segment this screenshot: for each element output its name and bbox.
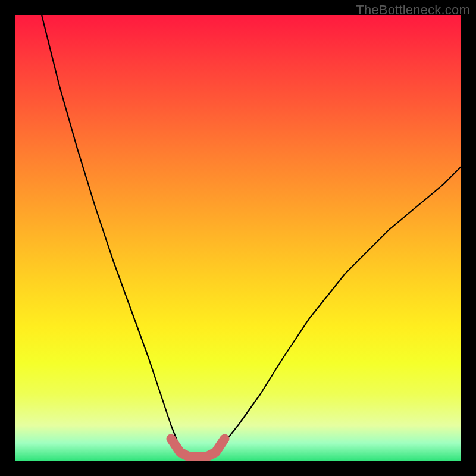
curve-layer <box>15 15 461 461</box>
chart-frame: TheBottleneck.com <box>0 0 476 476</box>
bottleneck-curve <box>42 15 461 457</box>
bottom-marker <box>171 439 225 457</box>
watermark-text: TheBottleneck.com <box>356 2 470 18</box>
plot-area <box>15 15 461 461</box>
